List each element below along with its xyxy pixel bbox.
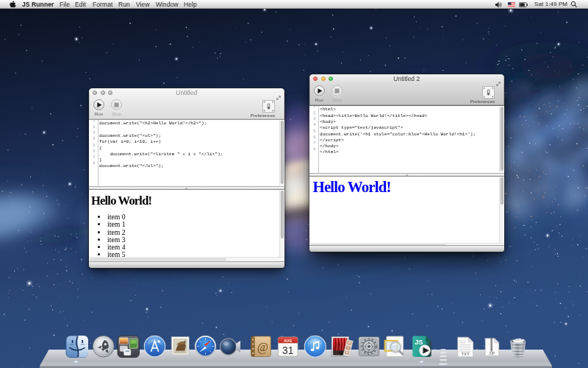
svg-text:ZIP: ZIP [489,351,495,355]
svg-text:@: @ [257,340,268,354]
svg-text:AUG: AUG [284,339,292,342]
svg-text:TXT: TXT [461,352,469,356]
svg-text:JS: JS [415,339,423,346]
svg-text:31: 31 [282,345,293,356]
